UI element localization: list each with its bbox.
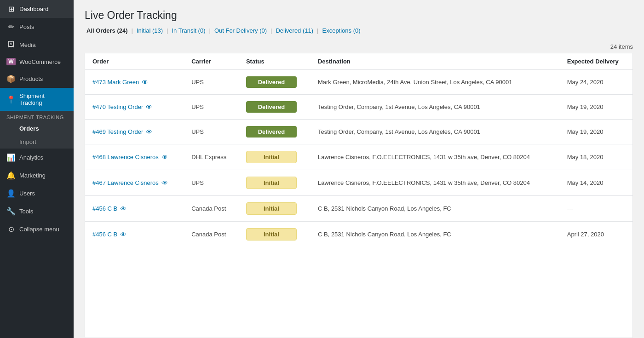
order-link[interactable]: #456 C B [92,205,117,212]
analytics-icon: 📊 [6,153,16,162]
destination-cell: Mark Green, MicroMedia, 24th Ave, Union … [310,70,560,95]
media-icon: 🖼 [6,40,16,49]
delivery-date: May 14, 2020 [567,179,604,186]
separator-2: | [165,27,170,34]
order-cell: #467 Lawrence Cisneros 👁 [85,170,184,196]
filter-tab-out-for-delivery-count: (0) [259,27,267,34]
filter-tab-out-for-delivery-link[interactable]: Out For Delivery (0) [214,27,267,34]
carrier-name: UPS [191,103,204,110]
destination-text: Lawrence Cisneros, F.O.EELECTRONICS, 143… [318,179,530,186]
filter-tab-delivered[interactable]: Delivered (11) [274,26,315,35]
tools-icon: 🔧 [6,207,16,216]
sidebar-section-label: Shipment Tracking [0,111,74,122]
view-order-icon[interactable]: 👁 [120,205,126,212]
submenu-item-import[interactable]: Import [0,135,74,149]
sidebar-item-products[interactable]: 📦 Products [0,70,74,88]
sidebar-item-label: Marketing [19,172,46,179]
carrier-cell: DHL Express [184,144,239,170]
sidebar-item-analytics[interactable]: 📊 Analytics [0,149,74,166]
status-cell: Delivered [239,120,310,144]
filter-tab-initial-count: (13) [152,27,163,34]
sidebar-item-label: Shipment Tracking [19,92,67,106]
status-cell: Initial [239,222,310,247]
filter-tab-all[interactable]: All Orders (24) [85,26,130,35]
order-link[interactable]: #456 C B [92,231,117,238]
filter-tab-exceptions[interactable]: Exceptions (0) [320,26,362,35]
expected-delivery-cell: --- [560,196,632,222]
view-order-icon[interactable]: 👁 [120,231,126,238]
filter-tab-exceptions-count: (0) [353,27,361,34]
destination-text: C B, 2531 Nichols Canyon Road, Los Angel… [318,231,451,238]
table-row: #467 Lawrence Cisneros 👁 UPSInitialLawre… [85,170,632,196]
destination-text: Testing Order, Company, 1st Avenue, Los … [318,128,480,135]
sidebar-item-woocommerce[interactable]: W WooCommerce [0,53,74,70]
dashboard-icon: ⊞ [6,5,16,13]
filter-tab-in-transit[interactable]: In Transit (0) [170,26,207,35]
filter-tab-in-transit-count: (0) [198,27,206,34]
delivery-date: May 19, 2020 [567,128,604,135]
expected-delivery-cell: May 14, 2020 [560,170,632,196]
carrier-name: Canada Post [191,205,226,212]
table-row: #470 Testing Order 👁 UPSDeliveredTesting… [85,95,632,120]
filter-tab-delivered-count: (11) [303,27,313,34]
products-icon: 📦 [6,74,16,83]
filter-tab-initial-link[interactable]: Initial (13) [137,27,163,34]
status-badge: Delivered [246,126,297,137]
submenu-item-orders[interactable]: Orders [0,122,74,135]
view-order-icon[interactable]: 👁 [146,128,152,136]
carrier-name: UPS [191,79,204,86]
filter-tab-initial[interactable]: Initial (13) [135,26,165,35]
sidebar-item-media[interactable]: 🖼 Media [0,36,74,53]
sidebar-item-collapse[interactable]: ⊙ Collapse menu [0,220,74,238]
view-order-icon[interactable]: 👁 [146,103,152,111]
view-order-icon[interactable]: 👁 [142,79,148,86]
page-title: Live Order Tracking [85,9,633,22]
order-link[interactable]: #469 Testing Order [92,128,143,135]
view-order-icon[interactable]: 👁 [161,179,168,187]
shipment-tracking-icon: 📍 [6,95,16,104]
separator-4: | [269,27,274,34]
orders-table-container: Order Carrier Status Destination Expecte… [85,53,633,338]
collapse-icon: ⊙ [6,225,16,234]
delivery-date: May 19, 2020 [567,103,604,110]
expected-delivery-cell: May 19, 2020 [560,95,632,120]
filter-tab-out-for-delivery[interactable]: Out For Delivery (0) [213,26,269,35]
sidebar-item-dashboard[interactable]: ⊞ Dashboard [0,0,74,18]
sidebar-item-label: WooCommerce [19,58,61,65]
filter-tab-in-transit-link[interactable]: In Transit (0) [172,27,206,34]
order-cell: #456 C B 👁 [85,222,184,247]
status-cell: Initial [239,144,310,170]
col-carrier: Carrier [184,53,239,70]
status-cell: Initial [239,170,310,196]
sidebar-item-label: Users [19,190,35,197]
sidebar-item-posts[interactable]: ✏ Posts [0,18,74,36]
filter-tab-delivered-link[interactable]: Delivered (11) [276,27,313,34]
users-icon: 👤 [6,189,16,198]
status-badge: Initial [246,177,297,189]
order-link[interactable]: #470 Testing Order [92,103,143,110]
destination-cell: C B, 2531 Nichols Canyon Road, Los Angel… [310,196,560,222]
order-link[interactable]: #468 Lawrence Cisneros [92,154,159,160]
view-order-icon[interactable]: 👁 [161,154,168,161]
table-row: #468 Lawrence Cisneros 👁 DHL ExpressInit… [85,144,632,170]
carrier-cell: Canada Post [184,196,239,222]
order-link[interactable]: #467 Lawrence Cisneros [92,179,159,186]
sidebar-item-label: Tools [19,208,33,215]
carrier-cell: UPS [184,120,239,144]
filter-tab-in-transit-label: In Transit [172,27,196,34]
sidebar-item-label: Posts [19,23,34,30]
col-destination: Destination [310,53,560,70]
col-expected-delivery: Expected Delivery [560,53,632,70]
sidebar-item-tools[interactable]: 🔧 Tools [0,202,74,220]
sidebar-item-users[interactable]: 👤 Users [0,184,74,202]
table-row: #469 Testing Order 👁 UPSDeliveredTesting… [85,120,632,144]
sidebar-item-marketing[interactable]: 🔔 Marketing [0,166,74,184]
filter-tab-initial-label: Initial [137,27,150,34]
status-cell: Delivered [239,95,310,120]
destination-cell: Testing Order, Company, 1st Avenue, Los … [310,120,560,144]
order-link[interactable]: #473 Mark Green [92,79,139,86]
expected-delivery-cell: May 24, 2020 [560,70,632,95]
sidebar-item-shipment-tracking[interactable]: 📍 Shipment Tracking [0,88,74,111]
status-badge: Initial [246,151,297,163]
filter-tab-exceptions-link[interactable]: Exceptions (0) [322,27,360,34]
